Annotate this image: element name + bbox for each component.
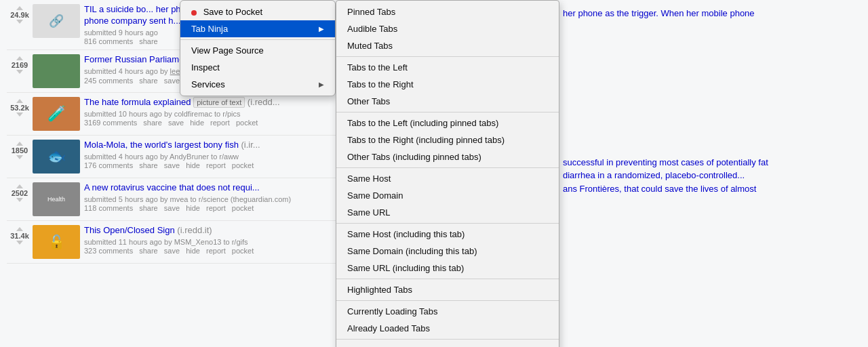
muted-tabs-item[interactable]: Muted Tabs xyxy=(336,37,559,54)
inspect-label: Inspect xyxy=(191,62,220,73)
context-menu-overlay: Save to Pocket Tab Ninja ▶ View Page Sou… xyxy=(0,0,868,347)
services-label: Services xyxy=(191,79,225,89)
currently-loading-item[interactable]: Currently Loading Tabs xyxy=(336,303,559,320)
tabs-to-left-item[interactable]: Tabs to the Left xyxy=(336,59,559,76)
view-page-source-item[interactable]: View Page Source xyxy=(180,42,335,59)
same-domain-inc-item[interactable]: Same Domain (including this tab) xyxy=(336,243,559,260)
tn-separator-3 xyxy=(336,167,559,168)
pinned-tabs-item[interactable]: Pinned Tabs xyxy=(336,3,559,20)
inspect-item[interactable]: Inspect xyxy=(180,59,335,76)
view-page-source-label: View Page Source xyxy=(191,45,264,56)
tn-separator-4 xyxy=(336,223,559,224)
menu-separator xyxy=(180,39,335,40)
submenu-arrow-icon: ▶ xyxy=(319,25,324,33)
services-submenu-arrow-icon: ▶ xyxy=(319,81,324,88)
services-item[interactable]: Services ▶ xyxy=(180,76,335,93)
same-host-inc-item[interactable]: Same Host (including this tab) xyxy=(336,226,559,243)
tabs-to-right-pinned-item[interactable]: Tabs to the Right (including pinned tabs… xyxy=(336,131,559,148)
highlighted-tabs-item[interactable]: Highlighted Tabs xyxy=(336,281,559,298)
same-host-item[interactable]: Same Host xyxy=(336,170,559,187)
tn-separator-2 xyxy=(336,112,559,113)
browser-context-menu: Save to Pocket Tab Ninja ▶ View Page Sou… xyxy=(180,0,336,96)
same-domain-item[interactable]: Same Domain xyxy=(336,187,559,204)
audible-tabs-item[interactable]: Audible Tabs xyxy=(336,20,559,37)
save-to-pocket-item[interactable]: Save to Pocket xyxy=(180,3,335,20)
tabs-to-left-pinned-item[interactable]: Tabs to the Left (including pinned tabs) xyxy=(336,115,559,131)
tn-separator-5 xyxy=(336,279,559,279)
tn-separator-7 xyxy=(336,339,559,340)
same-url-item[interactable]: Same URL xyxy=(336,204,559,221)
tab-ninja-label: Tab Ninja xyxy=(191,24,228,34)
tab-ninja-item[interactable]: Tab Ninja ▶ xyxy=(180,20,335,37)
discarded-tabs-item[interactable]: Discarded Tabs xyxy=(336,342,559,347)
pocket-dot-icon xyxy=(191,10,197,16)
tn-separator-1 xyxy=(336,56,559,57)
save-to-pocket-label: Save to Pocket xyxy=(191,7,262,17)
tabs-to-right-item[interactable]: Tabs to the Right xyxy=(336,76,559,93)
already-loaded-item[interactable]: Already Loaded Tabs xyxy=(336,320,559,337)
same-url-inc-item[interactable]: Same URL (including this tab) xyxy=(336,260,559,277)
tn-separator-6 xyxy=(336,300,559,301)
other-tabs-pinned-item[interactable]: Other Tabs (including pinned tabs) xyxy=(336,148,559,165)
tab-ninja-submenu: Pinned Tabs Audible Tabs Muted Tabs Tabs… xyxy=(336,0,559,347)
other-tabs-item[interactable]: Other Tabs xyxy=(336,93,559,110)
